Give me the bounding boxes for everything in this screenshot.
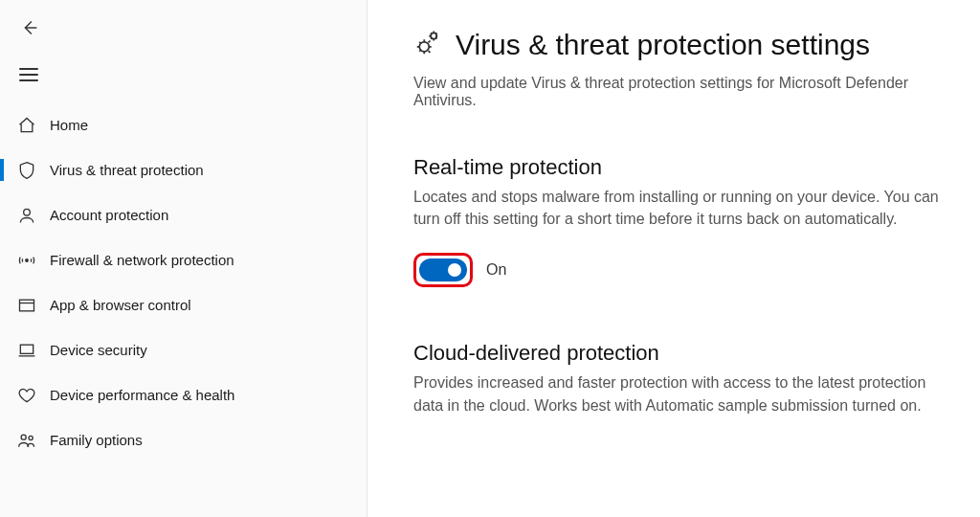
nav-item-device-security[interactable]: Device security xyxy=(0,327,367,372)
page-title: Virus & threat protection settings xyxy=(456,29,870,61)
main-content: Virus & threat protection settings View … xyxy=(368,0,980,517)
nav-item-account-protection[interactable]: Account protection xyxy=(0,192,367,237)
svg-point-4 xyxy=(21,435,26,439)
realtime-toggle[interactable] xyxy=(419,258,467,281)
heart-icon xyxy=(13,386,40,405)
svg-rect-3 xyxy=(20,345,33,353)
gears-icon xyxy=(413,29,442,57)
toggle-highlight xyxy=(413,253,473,287)
nav-label: Device performance & health xyxy=(50,387,234,403)
page-subtitle: View and update Virus & threat protectio… xyxy=(413,75,930,109)
svg-rect-2 xyxy=(20,300,34,311)
window-icon xyxy=(13,296,40,315)
svg-point-5 xyxy=(29,436,33,439)
nav-item-firewall[interactable]: Firewall & network protection xyxy=(0,237,367,282)
nav-label: Virus & threat protection xyxy=(50,162,204,178)
shield-icon xyxy=(13,161,40,180)
hamburger-icon xyxy=(19,68,38,81)
svg-point-0 xyxy=(24,209,31,215)
realtime-description: Locates and stops malware from installin… xyxy=(413,186,949,230)
laptop-icon xyxy=(13,341,40,360)
nav-label: Family options xyxy=(50,432,143,448)
nav-list: Home Virus & threat protection Account p… xyxy=(0,102,367,517)
realtime-heading: Real-time protection xyxy=(413,155,965,180)
svg-point-1 xyxy=(26,258,29,261)
realtime-toggle-label: On xyxy=(486,261,506,279)
cloud-description: Provides increased and faster protection… xyxy=(413,371,949,416)
nav-label: Home xyxy=(50,117,88,133)
family-icon xyxy=(13,431,40,450)
nav-item-family-options[interactable]: Family options xyxy=(0,417,367,462)
nav-label: App & browser control xyxy=(50,297,191,313)
nav-item-app-browser[interactable]: App & browser control xyxy=(0,282,367,327)
nav-label: Device security xyxy=(50,342,147,358)
cloud-heading: Cloud-delivered protection xyxy=(413,341,965,366)
nav-item-device-performance[interactable]: Device performance & health xyxy=(0,372,367,417)
back-button[interactable] xyxy=(19,17,40,38)
person-icon xyxy=(13,206,40,225)
sidebar: Home Virus & threat protection Account p… xyxy=(0,0,368,517)
menu-button[interactable] xyxy=(0,51,367,102)
signal-icon xyxy=(13,251,40,270)
nav-label: Firewall & network protection xyxy=(50,252,234,268)
nav-item-virus-threat[interactable]: Virus & threat protection xyxy=(0,147,367,192)
nav-item-home[interactable]: Home xyxy=(0,102,367,147)
home-icon xyxy=(13,116,40,135)
nav-label: Account protection xyxy=(50,207,168,223)
toggle-knob xyxy=(448,263,461,277)
